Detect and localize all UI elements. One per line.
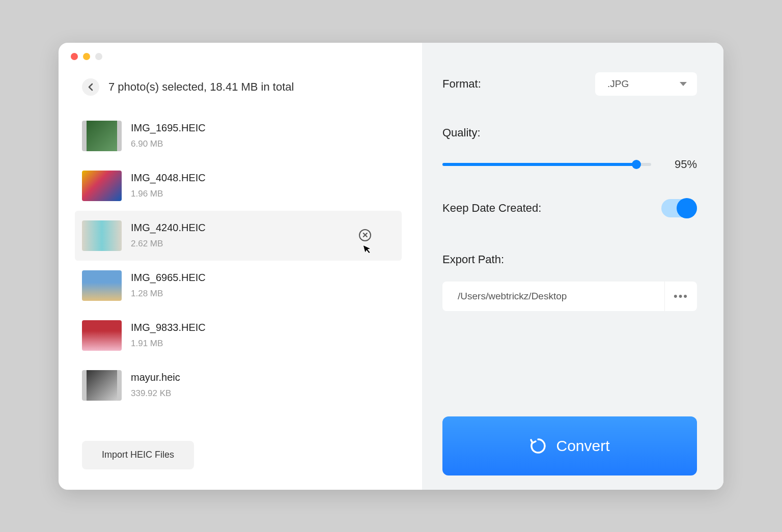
window-zoom-button[interactable] <box>95 53 102 60</box>
export-path-row: Export Path: /Users/webtrickz/Desktop ••… <box>442 253 697 311</box>
refresh-icon <box>529 437 547 455</box>
keep-date-toggle[interactable] <box>661 199 697 217</box>
file-name: IMG_6965.HEIC <box>131 272 206 284</box>
header: 7 photo(s) selected, 18.41 MB in total <box>82 78 402 96</box>
file-info: IMG_1695.HEIC 6.90 MB <box>131 122 206 149</box>
file-size: 2.62 MB <box>131 239 206 249</box>
ellipsis-icon: ••• <box>674 290 688 303</box>
file-name: mayur.heic <box>131 372 180 383</box>
file-list: IMG_1695.HEIC 6.90 MB IMG_4048.HEIC 1.96… <box>75 111 402 431</box>
file-size: 1.91 MB <box>131 339 206 349</box>
convert-label: Convert <box>556 437 609 455</box>
convert-button[interactable]: Convert <box>442 416 697 475</box>
file-thumbnail <box>82 370 122 401</box>
file-info: IMG_6965.HEIC 1.28 MB <box>131 272 206 299</box>
file-size: 6.90 MB <box>131 139 206 149</box>
chevron-left-icon <box>88 83 94 91</box>
quality-value: 95% <box>666 158 697 171</box>
format-row: Format: .JPG <box>442 72 697 96</box>
quality-row: Quality: 95% <box>442 126 697 171</box>
file-row[interactable]: IMG_4048.HEIC 1.96 MB <box>75 161 402 211</box>
selection-summary: 7 photo(s) selected, 18.41 MB in total <box>108 80 294 94</box>
file-thumbnail <box>82 220 122 251</box>
file-info: mayur.heic 339.92 KB <box>131 372 180 399</box>
chevron-down-icon <box>680 82 687 86</box>
file-row[interactable]: IMG_6965.HEIC 1.28 MB <box>75 261 402 311</box>
keep-date-label: Keep Date Created: <box>442 202 541 215</box>
file-row[interactable]: IMG_9833.HEIC 1.91 MB <box>75 311 402 360</box>
file-info: IMG_9833.HEIC 1.91 MB <box>131 322 206 349</box>
file-info: IMG_4240.HEIC 2.62 MB <box>131 222 206 249</box>
settings-panel: Format: .JPG Quality: 95% Keep Date Crea… <box>422 43 723 490</box>
file-thumbnail <box>82 320 122 351</box>
cursor-icon <box>362 242 374 258</box>
file-row[interactable]: mayur.heic 339.92 KB <box>75 360 402 410</box>
quality-slider[interactable] <box>442 163 651 166</box>
quality-slider-fill <box>442 163 636 166</box>
export-path-container: /Users/webtrickz/Desktop ••• <box>442 282 697 311</box>
file-size: 1.96 MB <box>131 189 206 199</box>
import-heic-button[interactable]: Import HEIC Files <box>82 441 194 469</box>
window-minimize-button[interactable] <box>83 53 90 60</box>
file-thumbnail <box>82 121 122 151</box>
file-name: IMG_1695.HEIC <box>131 122 206 134</box>
window-traffic-lights <box>71 53 102 60</box>
file-size: 339.92 KB <box>131 388 180 399</box>
file-thumbnail <box>82 171 122 201</box>
format-value: .JPG <box>607 78 629 90</box>
export-path-label: Export Path: <box>442 253 697 266</box>
app-window: 7 photo(s) selected, 18.41 MB in total I… <box>59 43 723 490</box>
browse-path-button[interactable]: ••• <box>664 282 697 311</box>
quality-slider-thumb[interactable] <box>632 160 641 169</box>
quality-label: Quality: <box>442 126 697 139</box>
import-heic-label: Import HEIC Files <box>102 450 174 460</box>
file-name: IMG_4048.HEIC <box>131 172 206 184</box>
format-dropdown[interactable]: .JPG <box>595 72 697 96</box>
file-row[interactable]: IMG_4240.HEIC 2.62 MB ✕ <box>75 211 402 261</box>
left-panel: 7 photo(s) selected, 18.41 MB in total I… <box>59 43 422 490</box>
file-name: IMG_4240.HEIC <box>131 222 206 234</box>
file-size: 1.28 MB <box>131 289 206 299</box>
quality-slider-row: 95% <box>442 158 697 171</box>
remove-file-button[interactable]: ✕ <box>359 229 371 241</box>
keep-date-row: Keep Date Created: <box>442 199 697 217</box>
back-button[interactable] <box>82 78 99 96</box>
file-thumbnail <box>82 270 122 301</box>
file-row[interactable]: IMG_1695.HEIC 6.90 MB <box>75 111 402 161</box>
format-label: Format: <box>442 77 481 91</box>
toggle-knob <box>677 198 697 218</box>
file-info: IMG_4048.HEIC 1.96 MB <box>131 172 206 199</box>
export-path-input[interactable]: /Users/webtrickz/Desktop <box>442 282 664 311</box>
close-icon: ✕ <box>362 231 369 240</box>
file-name: IMG_9833.HEIC <box>131 322 206 333</box>
window-close-button[interactable] <box>71 53 78 60</box>
